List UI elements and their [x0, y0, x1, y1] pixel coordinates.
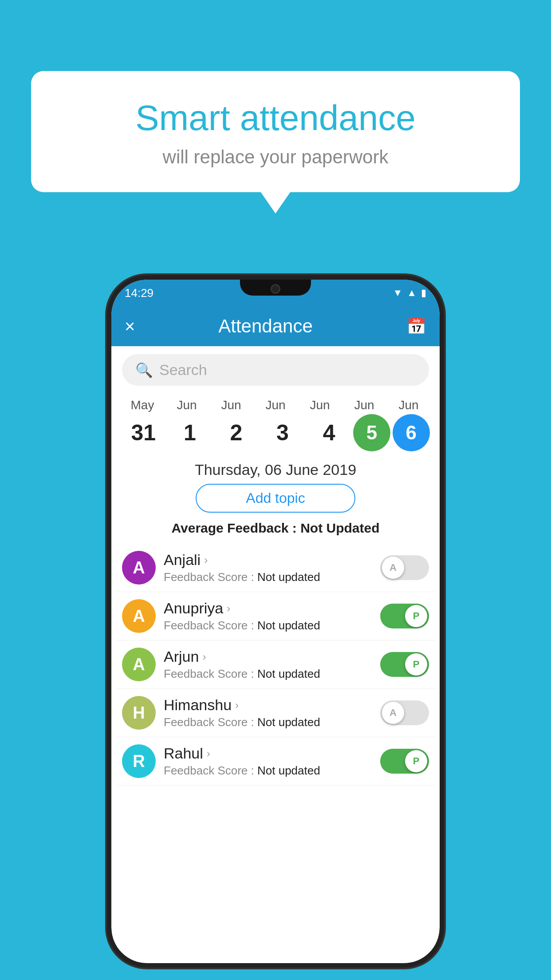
toggle-knob: A [382, 557, 404, 579]
search-input[interactable]: Search [159, 361, 416, 379]
phone-screen: 14:29 ▼ ▲ ▮ × Attendance 📅 🔍 Search MayJ… [111, 280, 440, 963]
calendar-day[interactable]: 4 [307, 420, 351, 446]
student-avatar: A [122, 599, 156, 633]
calendar-month: Jun [165, 398, 209, 412]
toggle-knob: P [405, 750, 427, 772]
phone-frame: 14:29 ▼ ▲ ▮ × Attendance 📅 🔍 Search MayJ… [107, 275, 444, 968]
student-name: Himanshu › [164, 696, 372, 714]
wifi-icon: ▼ [393, 287, 402, 299]
student-avatar: R [122, 744, 156, 778]
calendar-month: Jun [253, 398, 298, 412]
chevron-right-icon: › [204, 554, 208, 566]
volume-up-button [107, 413, 110, 457]
attendance-toggle[interactable]: P [380, 749, 429, 774]
search-bar[interactable]: 🔍 Search [122, 354, 429, 386]
calendar-section: MayJunJunJunJunJunJun 31123456 [111, 394, 440, 451]
bubble-title: Smart attendance [58, 98, 493, 138]
calendar-month: Jun [386, 398, 431, 412]
attendance-toggle[interactable]: P [380, 604, 429, 628]
student-feedback: Feedback Score : Not updated [164, 667, 372, 681]
toggle-knob: P [405, 605, 427, 627]
student-feedback: Feedback Score : Not updated [164, 764, 372, 778]
calendar-month: Jun [209, 398, 253, 412]
calendar-day[interactable]: 1 [168, 420, 212, 446]
chevron-right-icon: › [227, 602, 230, 615]
calendar-day[interactable]: 31 [121, 420, 165, 446]
volume-down-button [107, 466, 110, 510]
add-topic-button[interactable]: Add topic [196, 484, 355, 513]
student-item[interactable]: AArjun ›Feedback Score : Not updatedP [116, 640, 435, 689]
student-name: Rahul › [164, 745, 372, 762]
avg-feedback-label: Average Feedback : [171, 521, 300, 535]
calendar-day[interactable]: 3 [260, 420, 305, 446]
calendar-months: MayJunJunJunJunJunJun [116, 398, 435, 412]
student-feedback: Feedback Score : Not updated [164, 570, 372, 584]
calendar-month: Jun [342, 398, 386, 412]
calendar-month: May [120, 398, 165, 412]
calendar-month: Jun [298, 398, 342, 412]
speech-bubble: Smart attendance will replace your paper… [31, 71, 520, 192]
avg-feedback: Average Feedback : Not Updated [111, 521, 440, 536]
chevron-right-icon: › [202, 651, 206, 663]
front-camera [271, 284, 280, 294]
calendar-day[interactable]: 6 [393, 414, 430, 451]
student-item[interactable]: AAnjali ›Feedback Score : Not updatedA [116, 544, 435, 592]
power-button [441, 404, 444, 439]
app-bar: × Attendance 📅 [111, 306, 440, 346]
status-icons: ▼ ▲ ▮ [393, 287, 426, 299]
student-feedback: Feedback Score : Not updated [164, 715, 372, 729]
search-icon: 🔍 [135, 362, 153, 379]
selected-date: Thursday, 06 June 2019 [111, 461, 440, 478]
bubble-subtitle: will replace your paperwork [58, 146, 493, 168]
status-time: 14:29 [125, 286, 153, 300]
student-name: Arjun › [164, 648, 372, 665]
student-avatar: A [122, 648, 156, 681]
app-bar-title: Attendance [125, 316, 406, 337]
student-info: Arjun ›Feedback Score : Not updated [164, 648, 372, 681]
signal-icon: ▲ [407, 287, 417, 299]
student-item[interactable]: HHimanshu ›Feedback Score : Not updatedA [116, 689, 435, 737]
student-item[interactable]: RRahul ›Feedback Score : Not updatedP [116, 737, 435, 786]
chevron-right-icon: › [235, 699, 239, 711]
calendar-day[interactable]: 5 [353, 414, 390, 451]
student-info: Anjali ›Feedback Score : Not updated [164, 551, 372, 584]
calendar-days[interactable]: 31123456 [116, 414, 435, 451]
battery-icon: ▮ [421, 287, 426, 299]
attendance-toggle[interactable]: P [380, 652, 429, 677]
student-info: Rahul ›Feedback Score : Not updated [164, 745, 372, 778]
calendar-icon[interactable]: 📅 [406, 317, 426, 336]
chevron-right-icon: › [207, 747, 210, 760]
student-item[interactable]: AAnupriya ›Feedback Score : Not updatedP [116, 592, 435, 640]
toggle-knob: A [382, 702, 404, 724]
student-list: AAnjali ›Feedback Score : Not updatedAAA… [111, 544, 440, 786]
attendance-toggle[interactable]: A [380, 700, 429, 725]
student-name: Anjali › [164, 551, 372, 569]
attendance-toggle[interactable]: A [380, 555, 429, 580]
student-info: Himanshu ›Feedback Score : Not updated [164, 696, 372, 729]
phone-notch [240, 280, 311, 296]
student-info: Anupriya ›Feedback Score : Not updated [164, 600, 372, 632]
student-name: Anupriya › [164, 600, 372, 617]
mute-button [107, 377, 110, 404]
toggle-knob: P [405, 653, 427, 676]
student-avatar: A [122, 551, 156, 585]
calendar-day[interactable]: 2 [214, 420, 258, 446]
avg-feedback-value: Not Updated [300, 521, 379, 535]
student-avatar: H [122, 696, 156, 730]
student-feedback: Feedback Score : Not updated [164, 619, 372, 632]
